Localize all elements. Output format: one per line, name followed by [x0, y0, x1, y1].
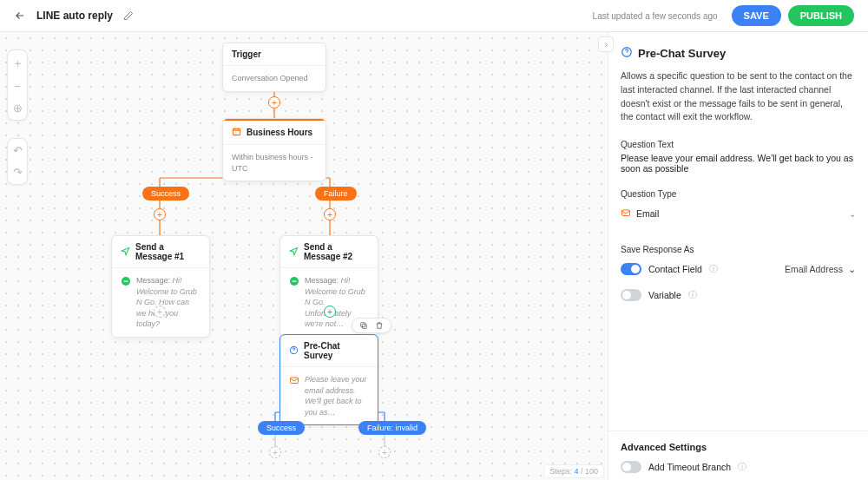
zoom-in-button[interactable]: ＋	[12, 56, 23, 71]
node-msg2-title: Send a Message #2	[304, 242, 369, 261]
question-type-label: Question Type	[621, 189, 856, 199]
zoom-out-button[interactable]: −	[14, 80, 21, 93]
node-trigger-body: Conversation Opened	[232, 74, 308, 82]
node-hours-body: Within business hours - UTC	[232, 153, 313, 173]
publish-button[interactable]: PUBLISH	[788, 5, 854, 26]
help-icon[interactable]: ⓘ	[738, 461, 746, 473]
steps-counter: Steps: 4 / 100	[543, 464, 604, 478]
send-icon	[121, 247, 130, 258]
node-msg1-body: Message: Hi! Welcome to Grub N Go. How c…	[136, 275, 201, 330]
advanced-settings-title: Advanced Settings	[621, 442, 856, 452]
question-text-label: Question Text	[621, 140, 856, 149]
workflow-canvas[interactable]: ＋ − ⊕ ↶ ↷ Trigger Conversation Opened + …	[0, 32, 608, 480]
workflow-title: LINE auto reply	[36, 10, 113, 22]
node-send-message-1[interactable]: Send a Message #1 Message: Hi! Welcome t…	[111, 235, 210, 338]
node-survey-title: Pre-Chat Survey	[304, 341, 369, 360]
add-step-button[interactable]: +	[269, 446, 281, 458]
question-text-value[interactable]: Please leave your email address. We'll g…	[621, 153, 856, 174]
variable-toggle[interactable]	[621, 289, 641, 301]
contact-field-select[interactable]: Email Address ⌄	[785, 264, 856, 274]
chevron-down-icon: ⌄	[848, 264, 856, 274]
question-icon	[289, 345, 299, 357]
help-icon[interactable]: ⓘ	[709, 263, 718, 275]
last-updated-text: Last updated a few seconds ago	[593, 11, 718, 21]
send-icon	[289, 247, 299, 258]
node-hours-title: Business Hours	[247, 128, 312, 137]
node-msg1-title: Send a Message #1	[135, 242, 201, 261]
email-icon	[289, 375, 299, 389]
contact-field-label: Contact Field	[648, 264, 702, 274]
calendar-icon	[232, 127, 241, 138]
channel-icon	[289, 276, 299, 290]
panel-title: Pre-Chat Survey	[638, 47, 726, 60]
panel-description: Allows a specific question to be sent to…	[621, 69, 856, 124]
question-icon	[621, 46, 633, 61]
branch-pill-failure-invalid[interactable]: Failure: invalid	[358, 421, 426, 435]
email-icon	[621, 207, 631, 220]
add-timeout-toggle[interactable]	[621, 461, 641, 473]
save-button[interactable]: SAVE	[732, 5, 781, 26]
topbar: LINE auto reply Last updated a few secon…	[0, 0, 868, 32]
node-trigger-title: Trigger	[232, 49, 261, 59]
add-step-button[interactable]: +	[268, 96, 280, 108]
svg-rect-23	[291, 378, 299, 384]
contact-field-value: Email Address	[785, 264, 843, 274]
help-icon[interactable]: ⓘ	[688, 289, 697, 301]
question-type-value: Email	[636, 208, 659, 219]
add-step-button[interactable]: +	[154, 208, 166, 220]
branch-pill-success[interactable]: Success	[258, 421, 305, 435]
edit-title-button[interactable]	[123, 10, 134, 21]
node-actions	[352, 318, 391, 333]
contact-field-toggle[interactable]	[621, 263, 641, 275]
svg-rect-20	[362, 324, 366, 328]
variable-label: Variable	[648, 290, 681, 300]
inspector-panel: Pre-Chat Survey Allows a specific questi…	[608, 32, 868, 480]
node-business-hours[interactable]: Business Hours Within business hours - U…	[222, 118, 326, 181]
canvas-toolbar: ＋ − ⊕	[7, 49, 28, 121]
branch-pill-failure[interactable]: Failure	[315, 187, 357, 201]
chevron-down-icon: ⌄	[849, 209, 856, 219]
duplicate-node-button[interactable]	[359, 321, 368, 330]
canvas-history-toolbar: ↶ ↷	[7, 138, 28, 185]
svg-rect-17	[233, 128, 240, 135]
back-button[interactable]	[14, 10, 26, 22]
undo-button[interactable]: ↶	[13, 144, 23, 157]
add-step-button[interactable]: +	[154, 306, 166, 318]
fit-view-button[interactable]: ⊕	[13, 102, 23, 115]
branch-pill-success[interactable]: Success	[142, 187, 189, 201]
channel-icon	[121, 276, 131, 290]
svg-rect-25	[622, 210, 630, 216]
collapse-panel-button[interactable]	[598, 36, 614, 52]
delete-node-button[interactable]	[375, 321, 384, 330]
add-timeout-label: Add Timeout Branch	[648, 462, 731, 472]
add-step-button[interactable]: +	[378, 446, 391, 458]
add-step-button[interactable]: +	[324, 208, 336, 220]
save-response-label: Save Response As	[621, 245, 856, 254]
svg-rect-21	[361, 323, 365, 327]
question-type-select[interactable]: Email ⌄	[621, 202, 856, 226]
node-pre-chat-survey[interactable]: Pre-Chat Survey Please leave your email …	[279, 334, 378, 425]
node-trigger[interactable]: Trigger Conversation Opened	[222, 43, 326, 92]
node-survey-body: Please leave your email address. We'll g…	[305, 374, 369, 418]
add-step-button[interactable]: +	[324, 306, 336, 318]
redo-button[interactable]: ↷	[13, 166, 23, 179]
